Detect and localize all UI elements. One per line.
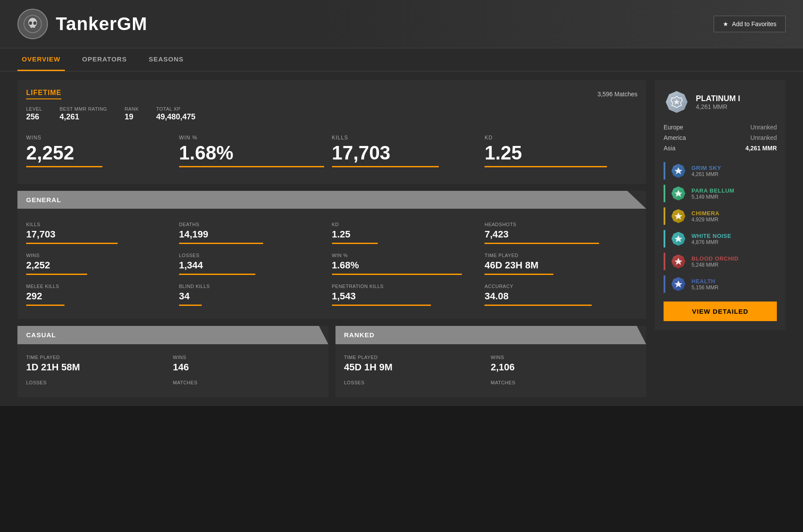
lifetime-title: LIFETIME — [26, 89, 61, 99]
header: TankerGM ★ Add to Favorites — [0, 0, 803, 48]
bottom-sections: CASUAL TIME PLAYED 1D 21H 58M WINS 146 L… — [17, 326, 646, 397]
general-accuracy-label: ACCURACY — [485, 284, 637, 289]
rank-label: RANK — [125, 106, 139, 112]
general-win-pct-label: WIN % — [332, 253, 485, 258]
rank-badge — [664, 89, 690, 115]
general-wins-label: WINS — [26, 253, 179, 258]
win-pct-value: 1.68% — [179, 143, 332, 163]
general-section: GENERAL KILLS 17,703 DEATHS 14,199 KD — [17, 191, 646, 319]
star-icon: ★ — [723, 20, 728, 27]
chimera-badge-icon — [674, 212, 683, 220]
ranked-matches: MATCHES — [491, 376, 637, 390]
general-header: GENERAL — [17, 191, 646, 209]
para-bellum-mmr: 5,149 MMR — [691, 194, 735, 200]
general-kd-bar — [332, 243, 378, 244]
big-stats-row: WINS 2,252 WIN % 1.68% KILLS 17,703 — [26, 130, 637, 172]
season-para-bellum: PARA BELLUM 5,149 MMR — [664, 185, 777, 202]
general-win-pct-value: 1.68% — [332, 260, 485, 271]
region-table: Europe Unranked America Unranked Asia 4,… — [664, 122, 777, 153]
para-bellum-info: PARA BELLUM 5,149 MMR — [691, 187, 735, 200]
level-label: LEVEL — [26, 106, 42, 112]
general-accuracy-value: 34.08 — [485, 291, 637, 302]
general-deaths-label: DEATHS — [179, 222, 332, 227]
general-deaths-bar — [179, 243, 263, 244]
season-grim-sky: GRIM SKY 4,261 MMR — [664, 162, 777, 180]
health-badge — [671, 277, 685, 291]
general-kills-label: KILLS — [26, 222, 179, 227]
season-white-noise: WHITE NOISE 4,876 MMR — [664, 230, 777, 247]
grim-sky-indicator — [664, 162, 665, 180]
para-bellum-indicator — [664, 185, 665, 202]
white-noise-name: WHITE NOISE — [691, 233, 731, 239]
casual-title: CASUAL — [26, 331, 56, 339]
rank-info: PLATINUM I 4,261 MMR — [696, 94, 740, 110]
general-stat-kills: KILLS 17,703 — [26, 217, 179, 248]
health-info: HEALTH 5,156 MMR — [691, 278, 718, 291]
general-stat-time-played: TIME PLAYED 46D 23H 8M — [485, 248, 637, 279]
general-stat-deaths: DEATHS 14,199 — [179, 217, 332, 248]
white-noise-info: WHITE NOISE 4,876 MMR — [691, 233, 731, 245]
general-stat-melee: MELEE KILLS 292 — [26, 279, 179, 310]
ranked-title: RANKED — [344, 331, 375, 339]
tab-overview[interactable]: OVERVIEW — [17, 48, 65, 71]
grim-sky-mmr: 4,261 MMR — [691, 171, 721, 177]
best-mmr-value: 4,261 — [60, 112, 107, 122]
region-america-rank: Unranked — [750, 134, 777, 141]
win-pct-bar — [179, 166, 324, 167]
general-melee-bar — [26, 305, 64, 306]
casual-losses-label: LOSSES — [26, 380, 173, 385]
stat-level: LEVEL 256 — [26, 106, 42, 122]
region-america-name: America — [664, 134, 686, 141]
lifetime-header: LIFETIME 3,596 Matches — [26, 89, 637, 99]
general-time-played-bar — [485, 274, 553, 275]
para-bellum-badge-icon — [674, 189, 683, 198]
general-headshots-bar — [485, 243, 599, 244]
add-to-favorites-button[interactable]: ★ Add to Favorites — [714, 16, 786, 32]
general-stat-wins: WINS 2,252 — [26, 248, 179, 279]
white-noise-badge-icon — [674, 234, 683, 243]
general-wins-bar — [26, 274, 87, 275]
rank-mmr: 4,261 MMR — [696, 103, 740, 110]
best-mmr-label: BEST MMR RATING — [60, 106, 107, 112]
view-detailed-button[interactable]: View Detailed — [664, 302, 777, 321]
base-stats-row: LEVEL 256 BEST MMR RATING 4,261 RANK 19 … — [26, 106, 637, 122]
rank-name: PLATINUM I — [696, 94, 740, 103]
general-stat-win-pct: WIN % 1.68% — [332, 248, 485, 279]
chimera-indicator — [664, 207, 665, 225]
general-headshots-value: 7,423 — [485, 229, 637, 240]
ranked-section: RANKED TIME PLAYED 45D 1H 9M WINS 2,106 … — [335, 326, 647, 397]
region-europe-name: Europe — [664, 124, 683, 131]
ranked-grid: TIME PLAYED 45D 1H 9M WINS 2,106 LOSSES — [335, 344, 647, 397]
big-stat-kills: KILLS 17,703 — [332, 130, 485, 172]
general-stat-kd: KD 1.25 — [332, 217, 485, 248]
general-win-pct-bar — [332, 274, 462, 275]
casual-wins-label: WINS — [173, 355, 320, 360]
stat-rank: RANK 19 — [125, 106, 139, 122]
chimera-badge-wrap — [671, 208, 686, 224]
general-kills-bar — [26, 243, 118, 244]
region-asia-rank: 4,261 MMR — [745, 145, 777, 152]
para-bellum-badge — [671, 186, 685, 200]
season-list: GRIM SKY 4,261 MMR — [664, 162, 777, 293]
casual-grid: TIME PLAYED 1D 21H 58M WINS 146 LOSSES — [17, 344, 329, 397]
big-stat-kd: KD 1.25 — [485, 130, 637, 172]
blood-orchid-name: BLOOD ORCHID — [691, 255, 739, 262]
grim-sky-badge-icon — [674, 166, 683, 175]
health-indicator — [664, 275, 665, 293]
tab-operators[interactable]: OPERATORS — [78, 48, 132, 71]
health-badge-wrap — [671, 276, 686, 292]
health-badge-icon — [674, 280, 683, 288]
win-pct-label: WIN % — [179, 135, 332, 141]
ranked-losses: LOSSES — [344, 376, 491, 390]
kills-value: 17,703 — [332, 143, 485, 163]
general-stat-accuracy: ACCURACY 34.08 — [485, 279, 637, 310]
matches-count: 3,596 Matches — [597, 91, 637, 98]
svg-marker-9 — [674, 167, 682, 174]
grim-sky-badge-wrap — [671, 163, 686, 179]
para-bellum-badge-wrap — [671, 186, 686, 201]
general-time-played-label: TIME PLAYED — [485, 253, 637, 258]
blood-orchid-info: BLOOD ORCHID 5,248 MMR — [691, 255, 739, 268]
svg-rect-4 — [30, 27, 32, 28]
right-panel: PLATINUM I 4,261 MMR Europe Unranked Ame… — [655, 80, 786, 397]
tab-seasons[interactable]: SEASONS — [144, 48, 188, 71]
